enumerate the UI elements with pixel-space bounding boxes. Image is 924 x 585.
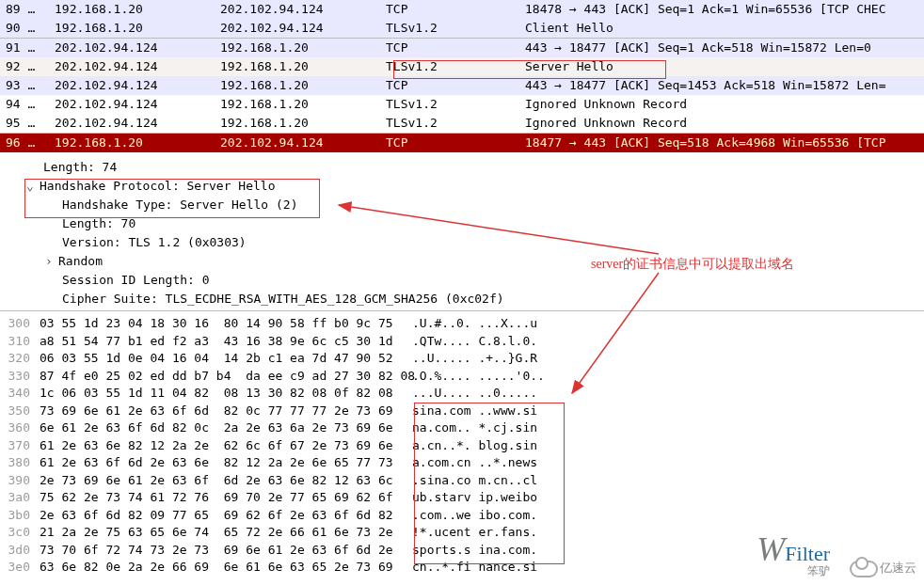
packet-details-pane[interactable]: Length: 74 ⌄Handshake Protocol: Server H… (0, 152, 924, 310)
packet-cell-dst: 202.102.94.124 (215, 0, 380, 19)
hex-ascii: .U.#..0. ...X...u (412, 315, 537, 333)
hex-offset: 320 (0, 350, 40, 368)
packet-row[interactable]: 89 …192.168.1.20202.102.94.124TCP18478 →… (0, 0, 924, 19)
packet-cell-info: 443 → 18477 [ACK] Seq=1 Ack=518 Win=1587… (519, 39, 924, 58)
packet-row[interactable]: 93 …202.102.94.124192.168.1.20TCP443 → 1… (0, 76, 924, 95)
packet-cell-src: 202.102.94.124 (49, 95, 215, 114)
hex-row[interactable]: 32006 03 55 1d 0e 04 16 04 14 2b c1 ea 7… (0, 350, 924, 368)
hex-row[interactable]: 3b02e 63 6f 6d 82 09 77 65 69 62 6f 2e 6… (0, 507, 924, 525)
hex-bytes: 21 2a 2e 75 63 65 6e 74 65 72 2e 66 61 6… (40, 524, 412, 542)
hex-offset: 3e0 (0, 559, 40, 577)
packet-cell-prot: TCP (380, 76, 519, 95)
packet-cell-prot: TCP (380, 134, 519, 153)
hex-row[interactable]: 3902e 73 69 6e 61 2e 63 6f 6d 2e 63 6e 8… (0, 472, 924, 490)
hex-offset: 380 (0, 454, 40, 472)
hex-offset: 3a0 (0, 489, 40, 507)
packet-cell-src: 202.102.94.124 (49, 114, 215, 134)
hex-row[interactable]: 30003 55 1d 23 04 18 30 16 80 14 90 58 f… (0, 315, 924, 333)
hex-offset: 330 (0, 368, 40, 386)
hex-offset: 340 (0, 385, 40, 403)
packet-cell-prot: TLSv1.2 (380, 57, 519, 76)
detail-handshake-protocol[interactable]: ⌄Handshake Protocol: Server Hello (0, 177, 924, 196)
packet-cell-info: Client Hello (519, 19, 924, 39)
hex-bytes: 63 6e 82 0e 2a 2e 66 69 6e 61 6e 63 65 2… (40, 559, 412, 577)
packet-row[interactable]: 92 …202.102.94.124192.168.1.20TLSv1.2Ser… (0, 57, 924, 76)
packet-cell-dst: 192.168.1.20 (215, 114, 380, 134)
packet-cell-no: 96 … (0, 134, 49, 153)
packet-cell-info: 443 → 18477 [ACK] Seq=1453 Ack=518 Win=1… (519, 76, 924, 95)
detail-length-inner: Length: 70 (0, 214, 924, 233)
packet-cell-dst: 192.168.1.20 (215, 95, 380, 114)
yisu-logo: 亿速云 (850, 560, 916, 577)
packet-cell-prot: TLSv1.2 (380, 19, 519, 39)
hex-bytes: a8 51 54 77 b1 ed f2 a3 43 16 38 9e 6c c… (40, 333, 412, 351)
packet-cell-src: 192.168.1.20 (49, 134, 215, 153)
hex-row[interactable]: 38061 2e 63 6f 6d 2e 63 6e 82 12 2a 2e 6… (0, 454, 924, 472)
packet-row[interactable]: 94 …202.102.94.124192.168.1.20TLSv1.2Ign… (0, 95, 924, 114)
hex-bytes: 6e 61 2e 63 6f 6d 82 0c 2a 2e 63 6a 2e 7… (40, 419, 412, 437)
packet-cell-info: 18478 → 443 [ACK] Seq=1 Ack=1 Win=65536 … (519, 0, 924, 19)
hex-row[interactable]: 35073 69 6e 61 2e 63 6f 6d 82 0c 77 77 7… (0, 403, 924, 420)
hex-offset: 350 (0, 403, 40, 420)
hex-ascii: ..U..... .+..}G.R (412, 350, 537, 368)
hex-ascii: na.com.. *.cj.sin (412, 419, 537, 437)
cloud-icon (850, 561, 878, 577)
packet-cell-src: 202.102.94.124 (49, 76, 215, 95)
annotation-text: server的证书信息中可以提取出域名 (591, 256, 794, 273)
packet-cell-dst: 202.102.94.124 (215, 19, 380, 39)
hex-ascii: sports.s ina.com. (412, 542, 537, 560)
detail-handshake-type: Handshake Type: Server Hello (2) (0, 196, 924, 214)
hex-ascii: cn..*.fi nance.si (412, 559, 537, 577)
hex-bytes: 61 2e 63 6e 82 12 2a 2e 62 6c 6f 67 2e 7… (40, 437, 412, 455)
packet-cell-no: 93 … (0, 76, 49, 95)
chevron-right-icon[interactable]: › (45, 252, 58, 271)
hex-bytes: 73 70 6f 72 74 73 2e 73 69 6e 61 2e 63 6… (40, 542, 412, 560)
packet-cell-no: 91 … (0, 39, 49, 58)
wfilter-logo: WFilter 笨驴 (757, 530, 830, 579)
packet-cell-no: 92 … (0, 57, 49, 76)
packet-cell-no: 94 … (0, 95, 49, 114)
hex-bytes: 1c 06 03 55 1d 11 04 82 08 13 30 82 08 0… (40, 385, 412, 403)
packet-row[interactable]: 96 …192.168.1.20202.102.94.124TCP18477 →… (0, 134, 924, 153)
hex-offset: 3b0 (0, 507, 40, 525)
hex-offset: 300 (0, 315, 40, 333)
hex-ascii: .QTw.... C.8.l.0. (412, 333, 537, 351)
packet-cell-info: 18477 → 443 [ACK] Seq=518 Ack=4968 Win=6… (519, 134, 924, 153)
hex-ascii: !*.ucent er.fans. (412, 524, 537, 542)
packet-cell-no: 89 … (0, 0, 49, 19)
packet-row[interactable]: 91 …202.102.94.124192.168.1.20TCP443 → 1… (0, 39, 924, 58)
hex-row[interactable]: 37061 2e 63 6e 82 12 2a 2e 62 6c 6f 67 2… (0, 437, 924, 455)
packet-cell-prot: TLSv1.2 (380, 95, 519, 114)
hex-bytes: 75 62 2e 73 74 61 72 76 69 70 2e 77 65 6… (40, 489, 412, 507)
detail-version: Version: TLS 1.2 (0x0303) (0, 233, 924, 252)
chevron-down-icon[interactable]: ⌄ (26, 177, 40, 196)
packet-cell-info: Ignored Unknown Record (519, 114, 924, 134)
packet-row[interactable]: 90 …192.168.1.20202.102.94.124TLSv1.2Cli… (0, 19, 924, 39)
hex-bytes: 73 69 6e 61 2e 63 6f 6d 82 0c 77 77 77 2… (40, 403, 412, 420)
packet-cell-dst: 202.102.94.124 (215, 134, 380, 153)
hex-row[interactable]: 3401c 06 03 55 1d 11 04 82 08 13 30 82 0… (0, 385, 924, 403)
hex-offset: 3c0 (0, 524, 40, 542)
packet-cell-info: Server Hello (519, 57, 924, 76)
hex-row[interactable]: 33087 4f e0 25 02 ed dd b7 b4 da ee c9 a… (0, 368, 924, 386)
packet-cell-prot: TLSv1.2 (380, 114, 519, 134)
packet-cell-src: 192.168.1.20 (49, 19, 215, 39)
hex-bytes: 61 2e 63 6f 6d 2e 63 6e 82 12 2a 2e 6e 6… (40, 454, 412, 472)
hex-bytes: 03 55 1d 23 04 18 30 16 80 14 90 58 ff b… (40, 315, 412, 333)
packet-cell-no: 90 … (0, 19, 49, 39)
packet-row[interactable]: 95 …202.102.94.124192.168.1.20TLSv1.2Ign… (0, 114, 924, 134)
hex-row[interactable]: 310a8 51 54 77 b1 ed f2 a3 43 16 38 9e 6… (0, 333, 924, 351)
packet-cell-prot: TCP (380, 0, 519, 19)
hex-ascii: a.cn..*. blog.sin (412, 437, 537, 455)
hex-ascii: .O.%.... .....'0.. (412, 368, 545, 386)
hex-row[interactable]: 3606e 61 2e 63 6f 6d 82 0c 2a 2e 63 6a 2… (0, 419, 924, 437)
hex-offset: 310 (0, 333, 40, 351)
hex-row[interactable]: 3a075 62 2e 73 74 61 72 76 69 70 2e 77 6… (0, 489, 924, 507)
packet-list[interactable]: 89 …192.168.1.20202.102.94.124TCP18478 →… (0, 0, 924, 152)
detail-length: Length: 74 (0, 158, 924, 177)
hex-bytes: 2e 63 6f 6d 82 09 77 65 69 62 6f 2e 63 6… (40, 507, 412, 525)
packet-cell-src: 202.102.94.124 (49, 39, 215, 58)
hex-bytes: 87 4f e0 25 02 ed dd b7 b4 da ee c9 ad 2… (40, 368, 412, 386)
hex-ascii: ub.starv ip.weibo (412, 489, 537, 507)
hex-ascii: a.com.cn ..*.news (412, 454, 537, 472)
